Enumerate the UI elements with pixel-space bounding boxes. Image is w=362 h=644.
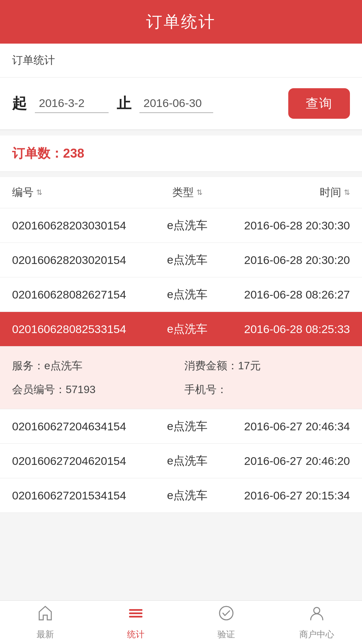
row-type: e点洗车 (150, 453, 225, 469)
row-time: 2016-06-27 20:15:34 (225, 489, 350, 502)
svg-rect-2 (129, 616, 142, 618)
svg-rect-1 (129, 612, 142, 614)
row-type: e点洗车 (150, 321, 225, 337)
row-id: 020160628203030154 (12, 219, 150, 232)
nav-label-merchant: 商户中心 (299, 629, 334, 640)
table-row[interactable]: 020160627204634154 e点洗车 2016-06-27 20:46… (0, 409, 362, 444)
breadcrumb: 订单统计 (0, 44, 362, 77)
svg-point-3 (220, 606, 233, 620)
table-row[interactable]: 020160627201534154 e点洗车 2016-06-27 20:15… (0, 478, 362, 513)
nav-label-latest: 最新 (37, 629, 54, 640)
table-header: 编号 ⇅ 类型 ⇅ 时间 ⇅ (0, 177, 362, 208)
nav-item-latest[interactable]: 最新 (0, 601, 90, 644)
table-row[interactable]: 020160628082627154 e点洗车 2016-06-28 08:26… (0, 277, 362, 312)
home-icon (37, 604, 54, 626)
order-count-bar: 订单数：238 (0, 136, 362, 172)
query-button[interactable]: 查询 (288, 88, 350, 119)
nav-label-verify: 验证 (218, 629, 235, 640)
sort-id-icon: ⇅ (36, 188, 42, 197)
row-id: 020160628082533154 (12, 323, 150, 336)
table-body: 020160628203030154 e点洗车 2016-06-28 20:30… (0, 208, 362, 513)
row-id: 020160628203020154 (12, 254, 150, 267)
nav-label-stats: 统计 (127, 629, 144, 640)
sort-type-icon: ⇅ (196, 188, 202, 197)
row-time: 2016-06-28 20:30:30 (225, 219, 350, 232)
start-date-input[interactable] (35, 94, 109, 113)
row-id: 020160627201534154 (12, 489, 150, 502)
row-time: 2016-06-27 20:46:34 (225, 420, 350, 433)
col-id-header[interactable]: 编号 ⇅ (12, 185, 150, 200)
order-count-value: 238 (63, 146, 84, 160)
bottom-nav: 最新 统计 验证 商户中心 (0, 600, 362, 644)
row-type: e点洗车 (150, 419, 225, 434)
row-time: 2016-06-28 20:30:20 (225, 254, 350, 267)
row-type: e点洗车 (150, 218, 225, 233)
verify-icon (218, 604, 235, 626)
merchant-icon (308, 604, 325, 626)
detail-row: 服务：e点洗车 消费金额：17元 会员编号：57193 手机号： (0, 346, 362, 409)
order-count-text: 订单数：238 (12, 146, 84, 160)
table-row[interactable]: 020160627204620154 e点洗车 2016-06-27 20:46… (0, 444, 362, 478)
filter-bar: 起 止 查询 (0, 77, 362, 130)
end-label: 止 (117, 94, 131, 113)
row-type: e点洗车 (150, 252, 225, 268)
svg-point-4 (314, 607, 320, 613)
detail-amount: 消费金额：17元 (184, 357, 350, 374)
table-row[interactable]: 020160628203030154 e点洗车 2016-06-28 20:30… (0, 208, 362, 243)
row-type: e点洗车 (150, 287, 225, 302)
nav-item-stats[interactable]: 统计 (90, 601, 181, 644)
table-row[interactable]: 020160628203020154 e点洗车 2016-06-28 20:30… (0, 243, 362, 277)
end-date-input[interactable] (139, 94, 213, 113)
row-id: 020160627204634154 (12, 420, 150, 433)
sort-time-icon: ⇅ (344, 188, 350, 197)
row-type: e点洗车 (150, 488, 225, 503)
col-time-header[interactable]: 时间 ⇅ (225, 185, 350, 200)
nav-item-merchant[interactable]: 商户中心 (272, 601, 362, 644)
detail-member: 会员编号：57193 (12, 381, 178, 398)
row-time: 2016-06-27 20:46:20 (225, 454, 350, 468)
table-row[interactable]: 020160628082533154 e点洗车 2016-06-28 08:25… (0, 312, 362, 346)
row-time: 2016-06-28 08:25:33 (225, 323, 350, 336)
order-count-label: 订单数： (12, 146, 63, 160)
col-type-header[interactable]: 类型 ⇅ (150, 185, 225, 200)
row-id: 020160627204620154 (12, 454, 150, 468)
svg-rect-0 (129, 609, 142, 611)
stats-icon (127, 604, 144, 626)
detail-service: 服务：e点洗车 (12, 357, 178, 374)
detail-phone: 手机号： (184, 381, 350, 398)
row-time: 2016-06-28 08:26:27 (225, 288, 350, 301)
nav-item-verify[interactable]: 验证 (181, 601, 272, 644)
header: 订单统计 (0, 0, 362, 44)
start-label: 起 (12, 94, 27, 113)
row-id: 020160628082627154 (12, 288, 150, 301)
header-title: 订单统计 (146, 11, 216, 33)
breadcrumb-text: 订单统计 (12, 54, 55, 66)
